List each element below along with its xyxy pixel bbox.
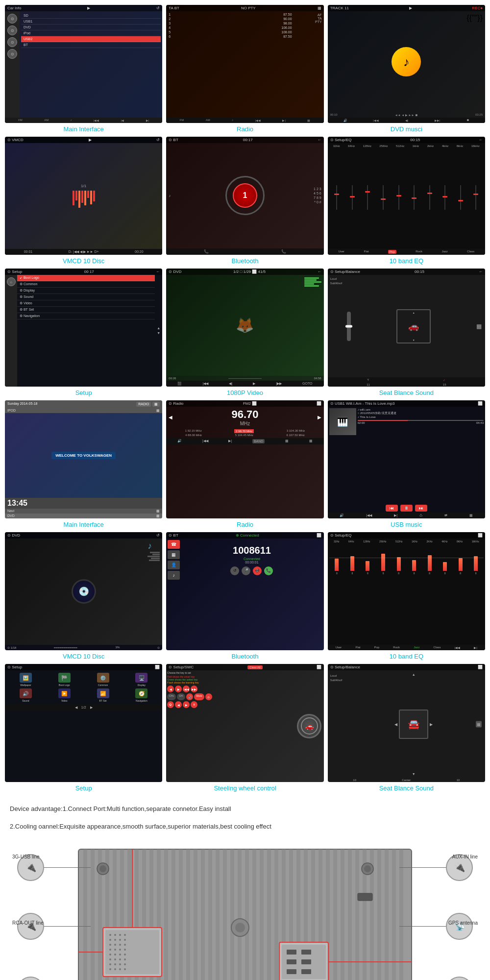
nav-icon-1[interactable]: ⊙ — [7, 14, 17, 24]
setup-wallpaper[interactable]: 🖼️ Wallpaper — [7, 673, 44, 686]
eq2-pop[interactable]: Pop — [374, 646, 380, 649]
screen-header-bt1: ⊙ BT 00:17 ← — [166, 137, 323, 143]
screen-vmcd-2[interactable]: ⊙ DVD ↺ 💿 ♪ — [5, 532, 162, 650]
balance-grid[interactable]: 🚗 ▲ ▼ — [396, 309, 431, 343]
balance-slider-v[interactable] — [347, 312, 351, 341]
eq-mode-class[interactable]: Class — [467, 250, 474, 254]
screen-eq-1[interactable]: ⊙ Setup/EQ 00:15 ← 32Hz64Hz128Hz256Hz512… — [328, 137, 485, 255]
swc-btn-5[interactable]: 🔊 — [186, 693, 193, 700]
eq-slider-1[interactable] — [336, 185, 337, 210]
screen-eq-2[interactable]: ⊙ Setup/EQ ⬜ 32Hz64Hz128Hz256Hz512Hz1KHz… — [328, 532, 485, 650]
eq-mode-user[interactable]: User — [338, 250, 344, 254]
swc-btn-2[interactable]: ▶ — [175, 686, 182, 692]
eq-slider-2[interactable] — [352, 185, 353, 210]
bt-contacts-btn[interactable]: 👤 — [168, 561, 180, 569]
swc-btn-4[interactable]: ▶▶| — [191, 686, 197, 692]
setup-boot-logo[interactable]: ↙ Boot Logo — [17, 275, 155, 281]
menu-sd[interactable]: SD — [21, 13, 161, 19]
eq-mode-jazz[interactable]: Jazz — [441, 250, 447, 254]
setup-display[interactable]: ⚙ Display — [17, 288, 155, 294]
storage-btn[interactable]: ▦ — [152, 402, 160, 407]
screen-balance-1[interactable]: ⊙ Setup/Balance 00:15 ← Loud SubWoof — [328, 269, 485, 387]
menu-usb2[interactable]: USB2 — [21, 36, 161, 42]
swc-btn-ch-up[interactable]: CH+ — [167, 693, 176, 700]
menu-bt[interactable]: BT — [21, 42, 161, 48]
screen-video[interactable]: ⊙ DVD 1/2 □ 1/29 ⬜ 41/5 ← 🦊 00:26 — [166, 269, 323, 387]
eq2-flat[interactable]: Flat — [355, 646, 360, 649]
swc-btn-3[interactable]: |◀◀ — [183, 686, 190, 692]
swc-btn-7[interactable]: ◀ — [175, 701, 182, 708]
nav-icon-4[interactable]: ⊙ — [7, 49, 17, 59]
nav-icon-3[interactable]: ⊙ — [7, 37, 17, 47]
eq-slider-8[interactable] — [444, 185, 445, 210]
screen-setup-1[interactable]: ⊙ Setup 00 17 ← ⌂ ↙ Boot Logo ⚙ Common ⚙… — [5, 269, 162, 387]
eq-slider-5[interactable] — [398, 185, 399, 210]
eq2-jazz[interactable]: Jazz — [414, 646, 419, 649]
eq-mode-flat[interactable]: Flat — [364, 250, 369, 254]
music-prev-btn[interactable]: ⏮ — [386, 505, 398, 512]
screen-bt-1[interactable]: ⊙ BT 00:17 ← ♪ 1 — [166, 137, 323, 255]
swc-btn-ch-dn[interactable]: CH- — [177, 693, 185, 700]
eq-slider-9[interactable] — [460, 185, 461, 210]
screen-radio-1[interactable]: TA BT NO PTY ▦ 187.50 290.00 398.00 4106… — [166, 5, 323, 123]
swc-btn-mode[interactable]: Mode — [194, 693, 204, 700]
setup-sound[interactable]: ⚙ Sound — [17, 294, 155, 300]
screen-bt-2[interactable]: ⊙ BT ⊕ Connected ⬜ ☎ ▦ 👤 ♪ 1008611 Conne… — [166, 532, 323, 650]
setup-video-2[interactable]: ▶️ Video — [46, 688, 83, 702]
swc-btn-8[interactable]: ▶ — [183, 701, 190, 708]
music-play-btn[interactable]: ⏸ — [400, 505, 413, 512]
bt-dial-btn[interactable]: ☎ — [168, 540, 180, 549]
screen-dvd[interactable]: TRACK 11 ▶ REC● ♪ {{""}} 00:10 ◄◄ ◄ ▶ ►►… — [328, 5, 485, 123]
setup-display-2[interactable]: 🖥️ Display — [123, 673, 160, 686]
setup-boot-logo-2[interactable]: 🏁 Boot Logo — [46, 673, 83, 686]
eq-slider-6[interactable] — [414, 185, 415, 210]
bt-refresh-btn[interactable]: ↺ — [230, 566, 239, 575]
bt-hangup-btn[interactable]: 📵 — [253, 566, 262, 575]
setup-common[interactable]: ⚙ Common — [17, 281, 155, 288]
menu-ipod[interactable]: iPod — [21, 30, 161, 36]
nav-icon-2[interactable]: ⊙ — [7, 25, 17, 35]
eq-slider-3[interactable] — [367, 185, 368, 210]
music-next-btn[interactable]: ⏭ — [415, 505, 427, 512]
setup-bt-2[interactable]: 📶 BT Set — [85, 688, 122, 702]
screen-vw-main[interactable]: Sunday 2014-05-18 RADIO ▦ IPOD▦ WELCOME … — [5, 400, 162, 518]
menu-dvd[interactable]: DVD — [21, 24, 161, 30]
label-bt-2: Bluetooth — [232, 653, 259, 660]
bt-keypad-btn[interactable]: ▦ — [168, 550, 180, 559]
swc-btn-power[interactable]: ⏻ — [167, 701, 174, 708]
eq-slider-7[interactable] — [429, 185, 430, 210]
screen-vmcd-1[interactable]: ⊙ VMCD ▶ ↺ 1/1 — [5, 137, 162, 255]
screen-radio-2[interactable]: ⊙ Radio FM2 ⬜ ⬜ ◀ 96.70 MHz ▶ 1 92.15 MH… — [166, 400, 323, 518]
bt-music-btn[interactable]: ♪ — [168, 571, 180, 580]
eq2-rock[interactable]: Rock — [393, 646, 400, 649]
bt-mic-btn[interactable]: 🎤 — [242, 566, 250, 575]
setup-home-icon[interactable]: ⌂ — [7, 277, 16, 286]
balance-icon-btn[interactable]: ▦ — [476, 721, 482, 728]
screen-balance-2[interactable]: ⊙ Setup/Balance ⬜ Loud SubWoof ▲ ◀ 🚘 — [328, 664, 485, 782]
setup-video[interactable]: ⚙ Video — [17, 300, 155, 307]
swc-btn-pause[interactable]: ⏸ — [191, 701, 197, 708]
eq-slider-10[interactable] — [475, 185, 476, 210]
eq-mode-pop[interactable]: Pop — [388, 250, 396, 254]
eq-mode-rock[interactable]: Rock — [416, 250, 422, 254]
setup-bt-set[interactable]: ⚙ BT Set — [17, 307, 155, 313]
radio-prev[interactable]: ◀ — [169, 415, 172, 420]
screen-main-1[interactable]: Car Info ▶ ↺ ⊙ ⊙ ⊙ ⊙ SD USB1 — [5, 5, 162, 123]
swc-btn-6[interactable]: ⊙ — [205, 693, 212, 700]
swc-btn-1[interactable]: ◀ — [167, 686, 174, 692]
setup-sound-2[interactable]: 🔊 Sound — [7, 688, 44, 702]
eq2-class[interactable]: Class — [434, 646, 441, 649]
radio-btn[interactable]: RADIO — [136, 402, 151, 407]
setup-common-2[interactable]: ⚙️ Common — [85, 673, 122, 686]
eq2-user[interactable]: User — [336, 646, 342, 649]
eq-slider-4[interactable] — [383, 185, 384, 210]
screen-swc[interactable]: ⊙ Setup/SWC Clear All ⬜ Choose the key t… — [166, 664, 323, 782]
screen-setup-2[interactable]: ⊙ Setup ⬜ 🖼️ Wallpaper 🏁 Boot Logo ⚙️ Co… — [5, 664, 162, 782]
setup-navigation[interactable]: ⚙ Navigation — [17, 313, 155, 319]
radio-next[interactable]: ▶ — [318, 415, 321, 420]
bt-answer-btn[interactable]: 📞 — [264, 566, 273, 575]
menu-usb1[interactable]: USB1 — [21, 19, 161, 24]
setup-nav-2[interactable]: 🧭 Navigation — [123, 688, 160, 702]
band-btn[interactable]: BAND — [252, 439, 265, 443]
screen-usb-music[interactable]: ⊙ USB1 Will.I.Am - This Is Love.mp3 ⬜ 🎹 … — [328, 400, 485, 518]
